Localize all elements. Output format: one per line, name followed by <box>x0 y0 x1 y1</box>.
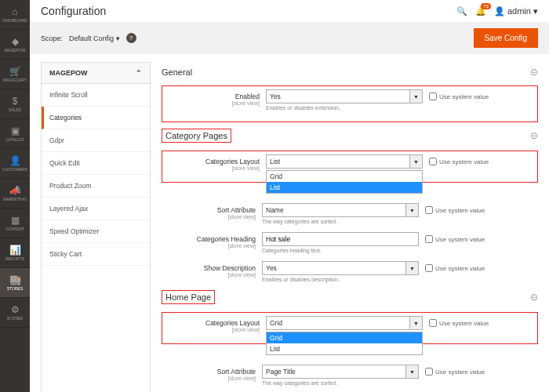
highlight-general-enabled: Enabled [store view] Yes ▼ Enables or di… <box>162 85 538 122</box>
category-heading-input[interactable] <box>262 232 419 246</box>
leftnav-item-quick-edit[interactable]: Quick Edit <box>42 152 150 175</box>
magiccart-icon: 🛒 <box>9 66 21 77</box>
enabled-select[interactable]: Yes ▼ <box>266 89 423 103</box>
field-label: Show Description <box>204 264 256 272</box>
use-system-value[interactable]: Use system value <box>429 154 489 165</box>
sidebar-item-reports[interactable]: 📊REPORTS <box>0 238 30 268</box>
category-sort-select[interactable]: Name ▼ <box>262 203 419 217</box>
chevron-down-icon: ▼ <box>410 316 423 330</box>
category-layout-select[interactable]: List ▼ <box>266 154 423 169</box>
sidebar-item-stores[interactable]: 🏬STORES <box>0 268 30 298</box>
option-grid[interactable]: Grid <box>267 171 422 182</box>
chevron-up-icon: ⌃ <box>136 69 142 77</box>
main-area: Configuration 🔍 🔔73 👤 admin ▾ Scope: Def… <box>30 0 549 392</box>
category-layout-options: Grid List <box>266 170 423 194</box>
scope-select[interactable]: Default Config ▾ <box>69 34 120 42</box>
sidebar-item-customers[interactable]: 👤CUSTOMERS <box>0 149 30 179</box>
highlight-category-layout: Categories Layout [store view] List ▼ Gr… <box>162 151 538 183</box>
leftnav-group-header[interactable]: MAGEPOW ⌃ <box>42 63 150 84</box>
highlight-home-layout: Categories Layout [store view] Grid ▼ Gr… <box>162 312 538 344</box>
scope-bar: Scope: Default Config ▾ ? Save Config <box>30 22 549 54</box>
home-sort-select[interactable]: Page Title ▼ <box>262 365 419 379</box>
category-showdesc-select[interactable]: Yes ▼ <box>262 261 419 275</box>
marketing-icon: 📣 <box>9 185 21 196</box>
reports-icon: 📊 <box>9 245 21 256</box>
content-icon: ▦ <box>11 215 20 226</box>
chevron-down-icon: ▼ <box>406 203 419 217</box>
dashboard-icon: ⌂ <box>12 6 17 17</box>
option-grid[interactable]: Grid <box>267 332 422 343</box>
admin-sidebar: ⌂DASHBOARD◆MAGEPOW🛒MAGICCART$SALES▣CATAL… <box>0 0 30 392</box>
sidebar-item-magiccart[interactable]: 🛒MAGICCART <box>0 60 30 89</box>
magepow-icon: ◆ <box>12 36 19 47</box>
use-system-value[interactable]: Use system value <box>425 365 485 376</box>
page-title: Configuration <box>41 5 456 17</box>
catalog-icon: ▣ <box>11 125 20 136</box>
leftnav-item-infinite-scroll[interactable]: Infinite Scroll <box>42 84 150 107</box>
field-label: Sort Attribute <box>217 368 256 376</box>
leftnav-item-sticky-cart[interactable]: Sticky Cart <box>42 243 150 266</box>
home-layout-options: Grid List <box>266 332 423 355</box>
customers-icon: 👤 <box>9 155 21 166</box>
use-system-value[interactable]: Use system value <box>425 261 485 272</box>
stores-icon: 🏬 <box>9 274 21 285</box>
leftnav-item-categories[interactable]: Categories <box>42 107 150 129</box>
sidebar-item-system[interactable]: ⚙SYSTEM <box>0 298 30 328</box>
field-label: Categories Layout <box>205 319 260 327</box>
sales-icon: $ <box>13 96 18 107</box>
search-icon[interactable]: 🔍 <box>456 6 467 16</box>
sidebar-item-content[interactable]: ▦CONTENT <box>0 209 30 238</box>
leftnav-item-speed-optimizer[interactable]: Speed Optimizer <box>42 220 150 243</box>
sidebar-item-sales[interactable]: $SALES <box>0 89 30 119</box>
chevron-down-icon: ▼ <box>406 365 419 379</box>
admin-menu[interactable]: 👤 admin ▾ <box>494 6 538 16</box>
save-config-button[interactable]: Save Config <box>474 28 538 48</box>
notif-count: 73 <box>481 3 491 9</box>
collapse-icon[interactable]: ⊝ <box>530 292 538 303</box>
collapse-icon[interactable]: ⊝ <box>530 67 538 78</box>
chevron-down-icon: ▼ <box>410 89 423 103</box>
leftnav-item-product-zoom[interactable]: Product Zoom <box>42 175 150 198</box>
sidebar-item-catalog[interactable]: ▣CATALOG <box>0 119 30 149</box>
leftnav-item-gdpr[interactable]: Gdpr <box>42 129 150 152</box>
chevron-down-icon: ▼ <box>406 261 419 275</box>
scope-label: Scope: <box>41 34 63 42</box>
section-general-title: General ⊝ <box>162 67 538 78</box>
option-list[interactable]: List <box>267 182 422 193</box>
use-system-value[interactable]: Use system value <box>429 316 489 327</box>
use-system-value[interactable]: Use system value <box>425 232 485 243</box>
sidebar-item-magepow[interactable]: ◆MAGEPOW <box>0 30 30 60</box>
system-icon: ⚙ <box>11 304 20 315</box>
use-system-value[interactable]: Use system value <box>429 89 489 100</box>
sidebar-item-dashboard[interactable]: ⌂DASHBOARD <box>0 0 30 30</box>
notifications-icon[interactable]: 🔔73 <box>475 6 486 16</box>
form-area: General ⊝ Enabled [store view] Yes ▼ <box>162 62 538 392</box>
field-label: Enabled <box>235 93 260 100</box>
section-category-title: Category Pages ⊝ <box>162 129 538 143</box>
home-layout-select[interactable]: Grid ▼ <box>266 316 423 330</box>
help-icon[interactable]: ? <box>126 33 136 43</box>
topbar: Configuration 🔍 🔔73 👤 admin ▾ <box>30 0 549 22</box>
option-list[interactable]: List <box>267 343 422 354</box>
chevron-down-icon: ▼ <box>410 154 423 169</box>
section-home-title: Home Page ⊝ <box>162 290 538 304</box>
field-label: Sort Attribute <box>217 206 256 214</box>
use-system-value[interactable]: Use system value <box>425 203 485 214</box>
config-leftnav: MAGEPOW ⌃ Infinite ScrollCategoriesGdprQ… <box>41 62 151 392</box>
collapse-icon[interactable]: ⊝ <box>530 130 538 141</box>
sidebar-item-marketing[interactable]: 📣MARKETING <box>0 179 30 209</box>
field-label: Categories Layout <box>205 158 260 165</box>
leftnav-item-layered-ajax[interactable]: Layered Ajax <box>42 198 150 220</box>
field-label: Categories Heading <box>197 235 256 243</box>
